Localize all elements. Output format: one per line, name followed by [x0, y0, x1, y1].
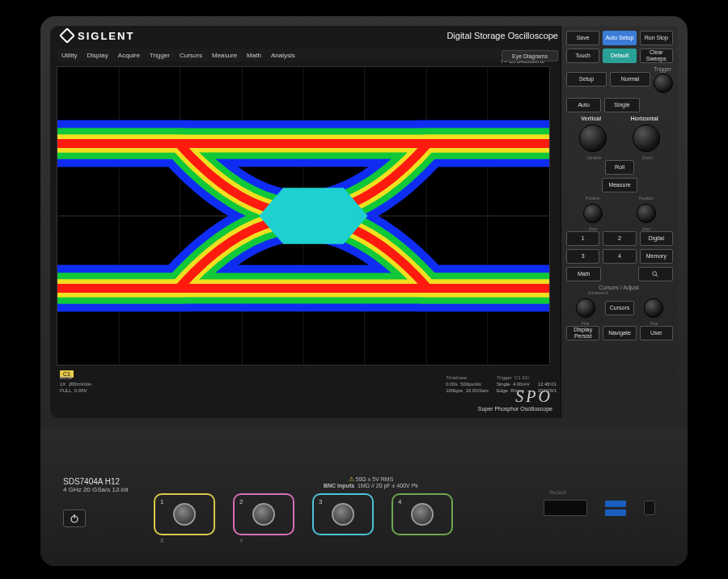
spo-logo: SPO Super Phosphor Oscilloscope	[478, 387, 552, 412]
channel-info: DC50 1X 200mV/div FULL 0.00V	[60, 374, 91, 394]
user-button[interactable]: User	[640, 326, 673, 340]
search-icon	[652, 271, 658, 277]
model-label: SDS7404A H12 4 GHz 20 GSa/s 12-bit	[63, 477, 128, 493]
search-button[interactable]	[638, 267, 673, 281]
svg-line-11	[656, 275, 658, 277]
run-stop-button[interactable]: Run Stop	[640, 31, 673, 45]
cursors-button[interactable]: Cursors	[605, 301, 634, 315]
universal-b-knob[interactable]	[644, 298, 663, 318]
bnc-ch2[interactable]: 2 Y	[233, 493, 294, 535]
digital-button[interactable]: Digital	[640, 231, 673, 246]
horizontal-scale-knob[interactable]	[633, 125, 660, 152]
trigger-setup-button[interactable]: Setup	[566, 72, 607, 87]
horizontal-label: Horizontal	[631, 116, 658, 121]
menu-display[interactable]: Display	[87, 52, 108, 59]
horizontal-position-knob[interactable]	[637, 204, 656, 223]
menu-analysis[interactable]: Analysis	[271, 52, 295, 59]
vertical-position-knob[interactable]	[583, 204, 603, 223]
aux-port[interactable]	[644, 501, 655, 515]
bnc-inputs: 1 X 2 Y 3 4	[154, 493, 453, 535]
save-button[interactable]: Save	[566, 31, 599, 45]
auto-setup-button[interactable]: Auto Setup	[603, 31, 636, 45]
menu-trigger[interactable]: Trigger	[150, 52, 170, 59]
usb-port-2[interactable]	[605, 509, 626, 516]
navigate-button[interactable]: Navigate	[603, 326, 636, 340]
power-icon	[70, 513, 79, 523]
waveform-display[interactable]	[57, 66, 550, 366]
ch2-button[interactable]: 2	[603, 231, 636, 246]
vertical-scale-knob[interactable]	[579, 125, 607, 152]
menu-acquire[interactable]: Acquire	[118, 52, 140, 59]
device-title: Digital Storage Oscilloscope	[447, 31, 558, 40]
bnc-ch1[interactable]: 1 X	[154, 493, 215, 535]
trigger-single-button[interactable]: Single	[604, 98, 639, 112]
menubar: Utility Display Acquire Trigger Cursors …	[57, 49, 550, 61]
digital-port[interactable]	[544, 500, 587, 516]
control-panel: Save Auto Setup Run Stop Touch Default C…	[561, 26, 678, 418]
universal-a-knob[interactable]	[576, 298, 595, 318]
clear-sweeps-button[interactable]: Clear Sweeps	[640, 49, 673, 63]
display-persist-button[interactable]: Display Persist	[566, 326, 599, 340]
math-button[interactable]: Math	[566, 267, 601, 281]
memory-button[interactable]: Memory	[640, 249, 673, 264]
eye-diagram	[57, 67, 549, 365]
usb-port-1[interactable]	[605, 501, 626, 507]
front-panel: SDS7404A H12 4 GHz 20 GSa/s 12-bit ⚠ 50Ω…	[40, 429, 688, 566]
trigger-auto-button[interactable]: Auto	[566, 98, 601, 112]
menu-cursors[interactable]: Cursors	[180, 52, 202, 59]
svg-point-10	[653, 272, 657, 276]
cursors-adjust-label: Cursors / Adjust	[566, 285, 671, 290]
usb-ports[interactable]	[605, 501, 626, 516]
trigger-normal-button[interactable]: Normal	[610, 72, 650, 87]
bnc-ch3[interactable]: 3	[312, 493, 374, 535]
power-button[interactable]	[63, 509, 86, 527]
trigger-section-label: Trigger	[566, 66, 671, 72]
trigger-level-knob[interactable]	[654, 74, 673, 93]
measure-button[interactable]: Measure	[602, 178, 637, 192]
menu-utility[interactable]: Utility	[61, 52, 78, 59]
vertical-label: Vertical	[581, 116, 601, 121]
roll-button[interactable]: Roll	[605, 160, 634, 175]
touch-button[interactable]: Touch	[566, 49, 599, 63]
screen-area: SIGLENT Digital Storage Oscilloscope Uti…	[50, 26, 678, 418]
eye-diagrams-button[interactable]: Eye Diagrams	[502, 50, 558, 61]
oscilloscope-device: SIGLENT Digital Storage Oscilloscope Uti…	[40, 16, 688, 566]
menu-measure[interactable]: Measure	[212, 52, 237, 59]
default-button[interactable]: Default	[603, 49, 636, 63]
ch4-button[interactable]: 4	[603, 249, 636, 264]
ch3-button[interactable]: 3	[566, 249, 599, 264]
bnc-ch4[interactable]: 4	[392, 493, 453, 535]
ch1-button[interactable]: 1	[566, 231, 599, 246]
brand-logo: SIGLENT	[61, 30, 134, 42]
bnc-caption: ⚠ 50Ω ± 5V RMS BNC Inputs 1MΩ // 20 pF ±…	[324, 475, 418, 488]
front-ports: Po.D15	[544, 500, 655, 516]
menu-math[interactable]: Math	[247, 52, 261, 59]
header: SIGLENT Digital Storage Oscilloscope	[50, 26, 568, 45]
